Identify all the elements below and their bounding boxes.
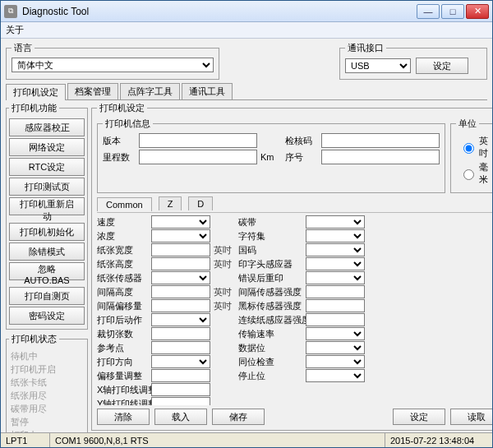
param-r-input-6[interactable] bbox=[306, 299, 365, 312]
km-label: Km bbox=[260, 152, 280, 162]
param-r-input-3[interactable] bbox=[306, 257, 365, 270]
read-button[interactable]: 读取 bbox=[450, 409, 492, 425]
param-l-label-12: X轴打印线调整 bbox=[97, 384, 148, 396]
app-window: ⧉ Diagnostic Tool — □ ✕ 关于 语言 简体中文 通讯接口 … bbox=[0, 0, 493, 448]
bottom-buttons: 清除 载入 储存 设定 读取 bbox=[97, 405, 492, 425]
param-r-input-4[interactable] bbox=[306, 271, 365, 284]
param-l-input-1[interactable] bbox=[151, 229, 210, 242]
language-select[interactable]: 简体中文 bbox=[12, 58, 214, 72]
param-r-input-10[interactable] bbox=[306, 355, 365, 368]
tab-3[interactable]: 通讯工具 bbox=[182, 83, 233, 99]
param-l-label-0: 速度 bbox=[97, 216, 148, 229]
param-l-input-8[interactable] bbox=[151, 327, 210, 340]
func-button-5[interactable]: 打印机初始化 bbox=[9, 223, 85, 241]
func-button-2[interactable]: RTC设定 bbox=[9, 158, 85, 176]
param-l-input-2[interactable] bbox=[151, 243, 210, 256]
language-group: 语言 简体中文 bbox=[6, 42, 219, 80]
param-r-input-5[interactable] bbox=[306, 285, 365, 298]
param-l-input-0[interactable] bbox=[151, 215, 210, 229]
func-button-1[interactable]: 网络设定 bbox=[9, 138, 85, 156]
load-button[interactable]: 载入 bbox=[154, 409, 207, 425]
param-r-input-2[interactable] bbox=[306, 243, 365, 256]
param-l-label-1: 浓度 bbox=[97, 230, 148, 242]
func-button-9[interactable]: 密码设定 bbox=[9, 307, 85, 325]
func-button-7[interactable]: 忽略 AUTO.BAS bbox=[9, 262, 85, 280]
param-r-label-10: 同位检查 bbox=[238, 356, 302, 368]
func-button-0[interactable]: 感应器校正 bbox=[9, 118, 85, 136]
version-label: 版本 bbox=[103, 135, 136, 147]
statusbar: LPT1 COM1 9600,N,8,1 RTS 2015-07-22 13:4… bbox=[1, 432, 492, 447]
param-l-input-13[interactable] bbox=[151, 397, 210, 405]
subtab-2[interactable]: D bbox=[188, 196, 213, 210]
param-r-input-11[interactable] bbox=[306, 369, 365, 382]
menu-about[interactable]: 关于 bbox=[6, 25, 24, 35]
param-r-input-9[interactable] bbox=[306, 341, 365, 354]
printer-functions-legend: 打印机功能 bbox=[9, 102, 59, 114]
param-l-input-12[interactable] bbox=[151, 383, 210, 396]
func-button-3[interactable]: 打印测试页 bbox=[9, 178, 85, 196]
comm-set-button[interactable]: 设定 bbox=[416, 58, 468, 74]
top-row: 语言 简体中文 通讯接口 USB 设定 bbox=[6, 42, 487, 80]
param-l-input-11[interactable] bbox=[151, 369, 210, 382]
maximize-button[interactable]: □ bbox=[441, 4, 464, 19]
version-field[interactable] bbox=[139, 133, 257, 148]
printer-status-legend: 打印机状态 bbox=[9, 333, 59, 345]
subtab-0[interactable]: Common bbox=[97, 197, 152, 211]
param-r-input-8[interactable] bbox=[306, 327, 365, 340]
printer-functions-group: 打印机功能 感应器校正网络设定RTC设定打印测试页打印机重新启动打印机初始化除错… bbox=[6, 102, 88, 330]
param-l-input-6[interactable] bbox=[151, 299, 210, 312]
comm-group: 通讯接口 USB 设定 bbox=[339, 42, 487, 80]
param-r-label-9: 数据位 bbox=[238, 342, 302, 354]
param-r-input-0[interactable] bbox=[306, 215, 365, 229]
param-r-input-7[interactable] bbox=[306, 313, 365, 326]
param-r-label-1: 字符集 bbox=[238, 230, 302, 242]
window-controls: — □ ✕ bbox=[417, 4, 489, 19]
param-l-input-9[interactable] bbox=[151, 341, 210, 354]
checksum-label: 检核码 bbox=[285, 135, 318, 147]
param-l-label-3: 纸张高度 bbox=[97, 258, 148, 270]
status-item-0: 待机中 bbox=[11, 349, 83, 363]
unit-mm-option[interactable]: 毫米 bbox=[459, 161, 492, 186]
tab-2[interactable]: 点阵字工具 bbox=[120, 83, 180, 99]
menubar: 关于 bbox=[1, 22, 492, 39]
unit-inch-option[interactable]: 英吋 bbox=[459, 135, 492, 159]
unit-inch-radio[interactable] bbox=[463, 143, 474, 154]
func-button-8[interactable]: 打印自测页 bbox=[9, 287, 85, 305]
unit-mm-radio[interactable] bbox=[463, 169, 474, 180]
mileage-field[interactable] bbox=[139, 150, 257, 164]
param-l-input-3[interactable] bbox=[151, 257, 210, 270]
param-l-label-4: 纸张传感器 bbox=[97, 272, 148, 284]
status-item-2: 纸张卡纸 bbox=[11, 376, 83, 389]
minimize-button[interactable]: — bbox=[417, 4, 440, 19]
param-r-input-1[interactable] bbox=[306, 229, 365, 242]
param-r-label-2: 国码 bbox=[238, 244, 302, 256]
mileage-label: 里程数 bbox=[103, 151, 136, 164]
status-item-5: 暂停 bbox=[11, 415, 83, 428]
param-l-input-7[interactable] bbox=[151, 313, 210, 326]
set-button[interactable]: 设定 bbox=[393, 409, 445, 425]
clear-button[interactable]: 清除 bbox=[97, 409, 150, 425]
close-button[interactable]: ✕ bbox=[466, 4, 489, 19]
param-r-label-0: 碳带 bbox=[238, 216, 302, 229]
comm-legend: 通讯接口 bbox=[345, 42, 386, 54]
status-datetime: 2015-07-22 13:48:04 bbox=[385, 433, 492, 447]
func-button-4[interactable]: 打印机重新启动 bbox=[9, 197, 85, 215]
app-icon: ⧉ bbox=[4, 5, 17, 18]
func-button-6[interactable]: 除错模式 bbox=[9, 242, 85, 261]
status-list: 待机中打印机开启纸张卡纸纸张用尽碳带用尽暂停打印中其它错误 bbox=[9, 348, 85, 432]
subtab-1[interactable]: Z bbox=[159, 196, 182, 210]
info-unit-row: 打印机信息 版本 里程数 bbox=[97, 118, 492, 193]
param-l-input-5[interactable] bbox=[151, 285, 210, 298]
sub-tabs: CommonZD bbox=[97, 195, 492, 213]
serial-field[interactable] bbox=[321, 150, 440, 164]
save-button[interactable]: 储存 bbox=[212, 409, 265, 425]
tab-0[interactable]: 打印机设定 bbox=[6, 84, 66, 100]
param-r-label-6: 黑标传感器强度 bbox=[238, 300, 302, 312]
left-column: 打印机功能 感应器校正网络设定RTC设定打印测试页打印机重新启动打印机初始化除错… bbox=[6, 102, 88, 431]
param-r-label-7: 连续纸感应器强度 bbox=[238, 314, 302, 326]
param-l-input-4[interactable] bbox=[151, 271, 210, 284]
tab-1[interactable]: 档案管理 bbox=[67, 83, 118, 99]
param-l-input-10[interactable] bbox=[151, 355, 210, 368]
comm-select[interactable]: USB bbox=[345, 58, 411, 73]
checksum-field[interactable] bbox=[321, 133, 440, 148]
